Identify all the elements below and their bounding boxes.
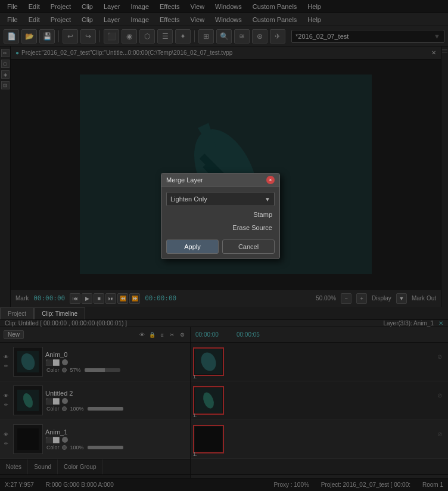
layer-color-dot-0[interactable]	[62, 359, 68, 365]
track-clip-menu-1[interactable]: ⊘	[437, 392, 446, 400]
prev-frame-button[interactable]: ⏮	[70, 293, 80, 304]
layer-color-dot-2[interactable]	[62, 437, 68, 443]
left-tool-4[interactable]: ⊡	[1, 81, 10, 89]
tool-btn-6[interactable]: ⊞	[198, 29, 214, 43]
modal-title-bar: Merge Layer ×	[161, 173, 279, 187]
menu2-custompanels[interactable]: Custom Panels	[248, 15, 302, 24]
skip-start-button[interactable]: ⏪	[117, 293, 128, 304]
undo-button[interactable]: ↩	[63, 29, 78, 43]
menu2-layer[interactable]: Layer	[99, 15, 125, 24]
layer-blend-2: Color	[46, 445, 60, 450]
tab-notes[interactable]: Notes	[0, 459, 28, 474]
layer-list-alpha-icon[interactable]: α	[158, 331, 166, 339]
tool-btn-10[interactable]: ✈	[270, 29, 285, 43]
tool-btn-2[interactable]: ◉	[122, 29, 137, 43]
tool-btn-4[interactable]: ☰	[157, 29, 173, 43]
menu2-image[interactable]: Image	[126, 15, 154, 24]
modal-close-icon: ×	[269, 177, 272, 183]
layer-eye-btn-0[interactable]: 👁	[2, 354, 10, 361]
layer-pencil-btn-1[interactable]: ✏	[2, 402, 10, 409]
menu-help[interactable]: Help	[303, 2, 326, 11]
left-tool-3[interactable]: ◈	[1, 70, 10, 79]
menu-windows[interactable]: Windows	[210, 2, 247, 11]
zoom-minus-button[interactable]: −	[341, 293, 351, 304]
tab-project[interactable]: Project	[0, 307, 34, 319]
main-toolbar: 📄 📂 💾 ↩ ↪ ⬛ ◉ ⬡ ☰ ✦ ⊞ 🔍 ≋ ⊛ ✈ *2016_02_0…	[0, 26, 448, 46]
layer-opacity-bar-0	[85, 368, 120, 372]
tool-btn-8[interactable]: ≋	[234, 29, 250, 43]
tab-sound[interactable]: Sound	[28, 459, 58, 474]
layer-list-settings-icon[interactable]: ⚙	[178, 331, 186, 339]
tool-btn-5[interactable]: ✦	[175, 29, 191, 43]
save-button[interactable]: 💾	[39, 29, 55, 43]
right-tool-1[interactable]: |||	[442, 49, 448, 53]
blend-mode-arrow: ▼	[265, 196, 270, 203]
cancel-button[interactable]: Cancel	[222, 240, 275, 254]
track-clip-2[interactable]	[193, 425, 224, 453]
redo-button[interactable]: ↪	[80, 29, 96, 43]
layer-list-clip-icon[interactable]: ✂	[168, 331, 176, 339]
menu2-edit[interactable]: Edit	[24, 15, 45, 24]
stop-button[interactable]: ■	[94, 293, 104, 304]
menu-custompanels[interactable]: Custom Panels	[248, 2, 302, 11]
menu-image[interactable]: Image	[126, 2, 154, 11]
track-clip-menu-2[interactable]: ⊘	[437, 431, 446, 439]
menu-edit[interactable]: Edit	[24, 2, 45, 11]
left-tool-2[interactable]: ⬡	[1, 60, 10, 68]
next-frame-button[interactable]: ⏭	[105, 293, 116, 304]
new-doc-button[interactable]: 📄	[4, 29, 19, 43]
tab-color-group[interactable]: Color Group	[58, 459, 102, 474]
project-dropdown-arrow[interactable]: ▼	[434, 33, 440, 40]
menu-view[interactable]: View	[185, 2, 209, 11]
svg-rect-18	[195, 427, 222, 452]
track-clip-0[interactable]	[193, 347, 224, 376]
modal-body: Lighten Only ▼ Stamp Erase Source	[161, 187, 279, 237]
zoom-plus-button[interactable]: +	[356, 293, 367, 304]
menu2-windows[interactable]: Windows	[210, 15, 247, 24]
layer-name-0: Anim_0	[45, 351, 188, 358]
timeline-close-btn[interactable]: ✕	[438, 320, 443, 327]
tool-btn-7[interactable]: 🔍	[216, 29, 232, 43]
canvas-close-btn[interactable]: ✕	[431, 49, 436, 56]
menu2-clip[interactable]: Clip	[77, 15, 98, 24]
menu2-help[interactable]: Help	[303, 15, 326, 24]
display-options-button[interactable]: ▼	[396, 293, 407, 304]
open-button[interactable]: 📂	[21, 29, 37, 43]
play-button[interactable]: ▶	[82, 293, 92, 304]
menu-clip[interactable]: Clip	[77, 2, 98, 11]
apply-button[interactable]: Apply	[166, 240, 219, 254]
layer-blend-1: Color	[46, 406, 60, 412]
top-menu-bar: File Edit Project Clip Layer Image Effec…	[0, 0, 448, 13]
modal-close-button[interactable]: ×	[266, 176, 275, 184]
layer-list-eye-icon[interactable]: 👁	[138, 331, 146, 339]
menu-layer[interactable]: Layer	[99, 2, 125, 11]
menu2-project[interactable]: Project	[46, 15, 76, 24]
menu-file[interactable]: File	[2, 2, 23, 11]
track-clip-menu-0[interactable]: ⊘	[437, 353, 446, 362]
layer-thumb-2	[13, 424, 43, 454]
layer-color-dot-1[interactable]	[62, 398, 68, 404]
layer-eye-btn-2[interactable]: 👁	[2, 431, 10, 439]
layer-list: New 👁 🔒 α ✂ ⚙ 👁 ✏	[0, 327, 191, 490]
new-layer-button[interactable]: New	[4, 330, 24, 339]
left-tool-1[interactable]: ✏	[1, 49, 10, 57]
layer-eye-btn-1[interactable]: 👁	[2, 393, 10, 400]
track-clip-1[interactable]	[193, 386, 224, 415]
right-sidebar: |||	[441, 46, 448, 307]
menu2-view[interactable]: View	[185, 15, 209, 24]
menu-effects[interactable]: Effects	[155, 2, 184, 11]
tool-btn-9[interactable]: ⊛	[252, 29, 267, 43]
menu2-effects[interactable]: Effects	[155, 15, 184, 24]
layer-pencil-btn-0[interactable]: ✏	[2, 363, 10, 370]
layer-pencil-btn-2[interactable]: ✏	[2, 440, 10, 448]
layer-list-lock-icon[interactable]: 🔒	[148, 331, 156, 339]
tab-clip-timeline-label: Clip: Timeline	[42, 310, 77, 317]
tab-clip-timeline[interactable]: Clip: Timeline	[34, 307, 85, 319]
blend-mode-dropdown[interactable]: Lighten Only ▼	[166, 192, 275, 206]
track-row-0: 1. ⊘	[191, 343, 448, 381]
tool-btn-1[interactable]: ⬛	[104, 29, 119, 43]
tool-btn-3[interactable]: ⬡	[139, 29, 155, 43]
menu-project[interactable]: Project	[46, 2, 76, 11]
skip-end-button[interactable]: ⏩	[129, 293, 140, 304]
menu2-file[interactable]: File	[2, 15, 23, 24]
